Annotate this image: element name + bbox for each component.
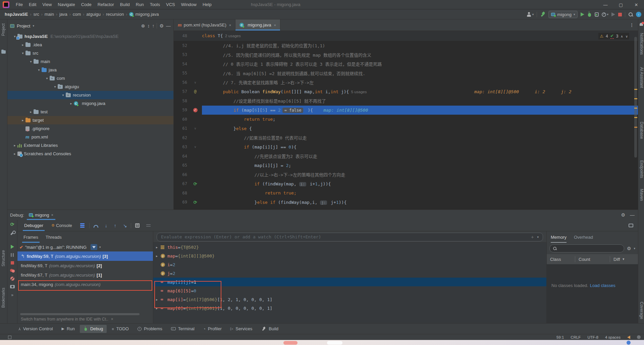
prev-issue-icon[interactable]: ∧ [621,35,623,38]
fold-icon[interactable]: ∨ [194,145,197,149]
menu-help[interactable]: Help [200,0,215,9]
tree-chevron[interactable]: ▾ [60,93,66,97]
variable-this[interactable]: ▸this = {T@502} [153,243,546,251]
hide-panel-icon[interactable]: — [630,212,635,218]
tool-stripe-ai-assistant[interactable]: AI Assistant [639,67,644,88]
tree-item-gitignore[interactable]: .gitignore [7,124,173,133]
settings-sliders-icon[interactable] [146,224,151,227]
tool-stripe-database[interactable]: Database [639,122,644,139]
add-watch-icon[interactable]: + [531,234,534,240]
line-number[interactable]: 59 [174,108,189,112]
variable-map65[interactable]: ∞map[6][5] = 0 [153,286,546,295]
tab-overhead[interactable]: Overhead [574,231,593,243]
close-icon[interactable]: × [51,213,53,217]
toolwindow-button-problems[interactable]: !Problems [134,325,166,333]
tree-chevron[interactable]: ▾ [36,68,42,72]
view-breakpoints-icon[interactable] [10,269,15,272]
editor-tab-migongjava[interactable]: Cmigong.java× [235,19,280,31]
tab-threads[interactable]: Threads [42,231,65,243]
code-with-me-button[interactable]: ▾ [527,12,534,17]
close-icon[interactable]: × [111,317,113,322]
profiler-button[interactable]: ▾ [602,12,608,17]
toolwindow-button-services[interactable]: ▷Services [227,325,256,333]
taskbar-app-red[interactable] [283,341,298,345]
stack-frame-2[interactable]: findWay:67, T(com.atguigu.recursion)[1] [17,270,153,280]
step-over-icon[interactable] [94,225,98,228]
memory-search-input[interactable] [549,244,624,252]
resume-icon[interactable] [11,245,14,249]
variable-map6[interactable]: ▸∞map[6] = {int[7]@501} [1, 0, 0, 0, 0, … [153,304,546,312]
line-number[interactable]: 62 [174,135,189,140]
tree-item-ScratchesandConsoles[interactable]: ▸Scratches and Consoles [7,150,173,158]
code-line-54[interactable]: 54 // 0 表示可以走 1 表示障碍物 2 表示可以走 3 表示走过，但是走… [174,59,638,69]
notification-bell-icon[interactable] [640,23,643,26]
debug-button[interactable] [587,12,592,17]
menu-refactor[interactable]: Refactor [95,0,117,9]
line-number[interactable]: 53 [174,52,189,57]
locate-file-icon[interactable]: ⊕ [141,23,145,28]
menu-view[interactable]: View [39,0,55,9]
filter-funnel-icon[interactable] [91,244,97,250]
tree-item-migongjava[interactable]: ▸Cmigong.java [7,99,173,108]
line-number[interactable]: 58 [174,99,189,103]
coverage-button[interactable] [595,12,599,17]
step-out-icon[interactable]: ↑ [114,223,116,228]
code-line-59[interactable]: 59✓ if (map[6][5] == 2= false ){ map: in… [174,106,638,115]
evaluate-expression-icon[interactable] [135,223,140,228]
tree-item-com[interactable]: ▾com [7,74,173,82]
stack-frame-1[interactable]: findWay:69, T(com.atguigu.recursion)[2] [17,261,153,270]
code-lines[interactable]: 52 //4. i,j 就是老鼠的位置，初始化的位置为(1,1)53 //5. … [174,41,638,207]
tree-item-main[interactable]: ▾main [7,57,173,66]
line-separator[interactable]: CRLF [571,335,581,339]
variable-mapi[interactable]: ▸∞map[i] = {int[7]@506} [1, 2, 1, 0, 0, … [153,295,546,304]
tree-chevron[interactable]: ▾ [20,51,25,55]
gear-icon[interactable]: ⚙ [621,212,625,218]
notification-megaphone-icon[interactable] [627,336,630,339]
tool-stripe-project[interactable]: Project [1,23,6,36]
line-number[interactable]: 65 [174,163,189,168]
line-number[interactable]: 54 [174,62,189,66]
tab-memory[interactable]: Memory [551,231,567,243]
stop-icon[interactable] [11,261,14,265]
update-icon[interactable]: ↑ [636,12,641,17]
memory-column-diff[interactable]: Diff▼ [610,256,628,262]
layout-settings-icon[interactable] [629,224,633,227]
taskbar-app-blue[interactable] [627,341,631,345]
line-number[interactable]: 52 [174,43,189,48]
rerun-icon[interactable]: ⟳ [10,222,14,227]
variable-mapij[interactable]: ∞map[i][j] = 1 [153,278,546,286]
warning-tick[interactable] [634,108,637,109]
code-line-65[interactable]: 65 map[i][j] = 2; [174,161,638,170]
tool-stripe-endpoints[interactable]: Endpoints [639,160,644,178]
collapse-all-icon[interactable]: ↑ [152,23,154,28]
maximize-button[interactable]: ▢ [613,0,629,9]
tab-debugger[interactable]: Debugger [21,220,47,231]
tree-item-pomxml[interactable]: mpom.xml [7,133,173,141]
line-number[interactable]: 67 [174,181,189,186]
menu-file[interactable]: File [13,0,26,9]
stack-frame-0[interactable]: ↰findWay:59, T(com.atguigu.recursion)[3] [17,251,153,261]
toolwindow-button-terminal[interactable]: >_Terminal [167,325,198,333]
menu-tools[interactable]: Tools [147,0,163,9]
breadcrumb-item-src[interactable]: src [33,12,39,17]
breadcrumb-item-atguigu[interactable]: atguigu [86,12,101,17]
tree-chevron[interactable]: ▾ [28,60,34,63]
tree-item-src[interactable]: ▾src [7,49,173,57]
tool-stripe-bookmarks[interactable]: Bookmarks [1,288,6,308]
breadcrumb-item-main[interactable]: main [45,12,54,17]
code-line-62[interactable]: 62 //如果当前位置是0 代表可以走 [174,133,638,142]
breakpoint-icon[interactable]: ✓ [193,108,198,112]
load-classes-link[interactable]: Load classes [590,283,615,288]
step-into-icon[interactable]: ↓ [105,223,107,228]
line-number[interactable]: 57 [174,89,189,94]
breadcrumb-item-java[interactable]: java [59,12,67,17]
tool-stripe-coverage[interactable]: Coverage [639,302,644,319]
hide-panel-icon[interactable]: — [166,23,171,28]
code-line-61[interactable]: 61∨ }else { [174,124,638,133]
line-number[interactable]: 60 [174,117,189,122]
tree-item-java[interactable]: ▾java [7,66,173,74]
warning-tick[interactable] [634,117,637,118]
restore-layout-icon[interactable] [80,223,85,228]
warning-tick[interactable] [634,89,637,90]
breadcrumb-item-recursion[interactable]: recursion [106,12,124,17]
